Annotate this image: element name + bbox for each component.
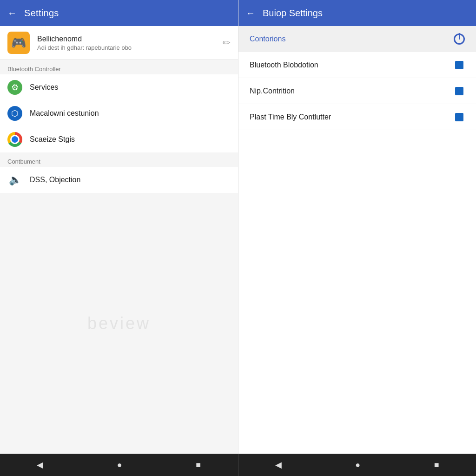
bluetooth-section-label: Bluetooth Controller <box>0 60 238 74</box>
right-recents-button[interactable]: ■ <box>427 456 447 474</box>
edit-icon[interactable]: ✏ <box>223 37 231 48</box>
device-info: Bellichenomd Adi dest ih gdhar: rapebunt… <box>37 35 215 51</box>
left-nav-bar: ◀ ● ■ <box>0 454 238 476</box>
nip-contr-label: Nip.Contrition <box>250 87 454 95</box>
right-panel: ← Buiop Settings Contorions Bluetooth Bl… <box>238 0 476 454</box>
plast-time-label: Plast Time Bly Contlutter <box>250 113 454 121</box>
left-panel: ← Settings 🎮 Bellichenomd Adi dest ih gd… <box>0 0 238 454</box>
left-back-nav-button[interactable]: ◀ <box>29 456 51 474</box>
toggle-nip-contr <box>454 86 465 97</box>
right-home-button[interactable]: ● <box>348 456 368 474</box>
power-icon <box>454 33 465 45</box>
left-back-button[interactable]: ← <box>7 8 17 19</box>
gear-icon: ⚙ <box>7 80 22 95</box>
right-back-nav-button[interactable]: ◀ <box>268 456 289 474</box>
right-item-bluetooth-blob[interactable]: Bluetooth Blobdotion <box>238 52 476 78</box>
scaeize-label: Scaeize Stgis <box>30 135 75 144</box>
sidebar-item-macalowni[interactable]: ⬡ Macalowni cestunion <box>0 100 238 126</box>
sidebar-item-dss[interactable]: 🔈 DSS, Objection <box>0 167 238 193</box>
services-label: Services <box>30 83 58 92</box>
right-item-plast-time[interactable]: Plast Time Bly Contlutter <box>238 104 476 130</box>
chrome-icon <box>7 132 22 147</box>
device-name: Bellichenomd <box>37 35 215 43</box>
toggle-bluetooth-blob <box>454 60 465 71</box>
dss-label: DSS, Objection <box>30 176 80 184</box>
right-title: Buiop Settings <box>263 8 323 19</box>
contorions-label: Contorions <box>250 35 454 43</box>
right-nav-bar: ◀ ● ■ <box>238 454 476 476</box>
device-icon: 🎮 <box>7 32 30 54</box>
right-header: ← Buiop Settings <box>238 0 476 26</box>
bluetooth-icon: ⬡ <box>7 106 22 121</box>
speaker-icon: 🔈 <box>7 172 22 187</box>
left-title: Settings <box>24 8 59 19</box>
device-row[interactable]: 🎮 Bellichenomd Adi dest ih gdhar: rapebu… <box>0 26 238 60</box>
contbument-section-label: Contbument <box>0 152 238 167</box>
device-description: Adi dest ih gdhar: rapebuntarie obo <box>37 44 215 51</box>
left-home-button[interactable]: ● <box>110 456 130 474</box>
macalowni-label: Macalowni cestunion <box>30 109 99 118</box>
sidebar-item-services[interactable]: ⚙ Services <box>0 74 238 100</box>
right-item-nip-contr[interactable]: Nip.Contrition <box>238 78 476 104</box>
watermark: beview <box>87 314 151 333</box>
sidebar-item-scaeize[interactable]: Scaeize Stgis <box>0 126 238 152</box>
right-back-button[interactable]: ← <box>246 8 255 19</box>
left-recents-button[interactable]: ■ <box>188 456 208 474</box>
left-header: ← Settings <box>0 0 238 26</box>
navigation-bar: ◀ ● ■ ◀ ● ■ <box>0 454 476 476</box>
right-item-contorions[interactable]: Contorions <box>238 26 476 52</box>
toggle-plast-time <box>454 112 465 123</box>
bluetooth-blob-label: Bluetooth Blobdotion <box>250 61 454 69</box>
